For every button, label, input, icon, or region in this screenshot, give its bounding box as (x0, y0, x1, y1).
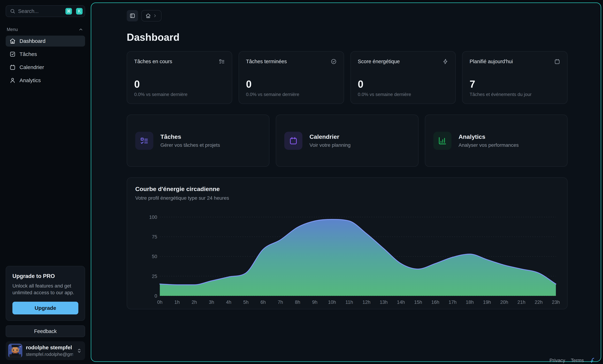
svg-text:50: 50 (152, 254, 157, 259)
svg-text:23h: 23h (552, 299, 560, 305)
shortcut-title: Tâches (160, 133, 220, 140)
svg-text:8h: 8h (295, 299, 300, 305)
stat-card-taches-en-cours: Tâches en cours 0 0.0% vs semaine derniè… (127, 51, 232, 104)
stat-value: 0 (134, 79, 225, 89)
search-icon (10, 9, 15, 14)
brand-mark-icon (590, 358, 595, 363)
stat-value: 7 (470, 79, 560, 89)
chart-title: Courbe d'énergie circadienne (135, 186, 567, 192)
stats-grid: Tâches en cours 0 0.0% vs semaine derniè… (127, 51, 568, 104)
svg-text:1h: 1h (174, 299, 180, 305)
kbd-k: K (76, 8, 83, 14)
svg-text:4h: 4h (226, 299, 231, 305)
stat-subtitle: 0.0% vs semaine dernière (358, 92, 448, 97)
svg-text:3h: 3h (209, 299, 214, 305)
footer: Privacy Terms (549, 358, 595, 363)
zap-icon (442, 59, 448, 65)
stat-title: Tâches terminées (246, 59, 287, 65)
shortcut-card-calendrier[interactable]: Calendrier Voir votre planning (276, 115, 418, 167)
stat-card-planifie-aujourdhui: Planifié aujourd'hui 7 Tâches et événeme… (462, 51, 568, 104)
kbd-command: ⌘ (65, 8, 72, 14)
calendar-tile (284, 132, 302, 150)
panel-left-icon (129, 13, 135, 19)
stat-title: Score énergétique (358, 59, 400, 65)
stat-title: Tâches en cours (134, 59, 172, 65)
breadcrumb-home-icon[interactable] (146, 13, 151, 18)
shortcut-subtitle: Analyser vos performances (459, 142, 519, 148)
chart-column-tile (433, 132, 452, 150)
svg-text:0h: 0h (157, 299, 162, 305)
energy-chart-card: Courbe d'énergie circadienne Votre profi… (127, 177, 568, 309)
svg-text:15h: 15h (414, 299, 422, 305)
calendar-icon (10, 64, 16, 70)
menu-section-header[interactable]: Menu (6, 27, 85, 32)
square-check-icon (10, 51, 16, 57)
search-box[interactable]: ⌘ K (6, 5, 85, 17)
chevron-right-icon (153, 13, 157, 18)
upgrade-description: Unlock all features and get unlimited ac… (12, 283, 78, 296)
svg-text:14h: 14h (397, 299, 405, 305)
shortcut-subtitle: Voir votre planning (310, 142, 351, 148)
chart-column-icon (438, 136, 447, 145)
energy-chart: 02550751000h1h2h3h4h5h6h7h8h9h10h11h12h1… (127, 207, 567, 307)
svg-text:0: 0 (155, 293, 157, 299)
sidebar-item-label: Analytics (20, 77, 41, 83)
topbar (127, 10, 568, 22)
upgrade-card: Upgrade to PRO Unlock all features and g… (6, 266, 85, 321)
sidebar: ⌘ K Menu Dashboard Tâches Calendrier Ana… (0, 0, 91, 364)
svg-text:21h: 21h (517, 299, 525, 305)
list-todo-icon (140, 136, 149, 145)
upgrade-button[interactable]: Upgrade (12, 302, 78, 314)
svg-text:10h: 10h (328, 299, 336, 305)
search-input[interactable] (18, 8, 63, 14)
calendar-icon (289, 136, 298, 145)
svg-text:7h: 7h (278, 299, 283, 305)
list-todo-icon (219, 59, 225, 65)
sidebar-item-calendrier[interactable]: Calendrier (6, 62, 85, 73)
user-name: rodolphe stempfel (26, 344, 72, 350)
feedback-button[interactable]: Feedback (6, 325, 85, 337)
svg-text:13h: 13h (380, 299, 388, 305)
shortcut-subtitle: Gérer vos tâches et projets (160, 142, 220, 148)
list-todo-tile (135, 132, 153, 150)
chart-subtitle: Votre profil énergétique type sur 24 heu… (135, 195, 567, 201)
svg-text:9h: 9h (312, 299, 317, 305)
svg-text:20h: 20h (500, 299, 508, 305)
svg-text:22h: 22h (534, 299, 543, 305)
stat-subtitle: 0.0% vs semaine dernière (134, 92, 225, 97)
sidebar-nav: Dashboard Tâches Calendrier Analytics (6, 36, 85, 86)
terms-link[interactable]: Terms (571, 358, 584, 363)
svg-text:2h: 2h (192, 299, 197, 305)
menu-label: Menu (7, 27, 18, 32)
svg-text:5h: 5h (243, 299, 248, 305)
calendar-icon (554, 59, 560, 65)
sidebar-item-label: Tâches (20, 51, 37, 57)
stat-subtitle: 0.0% vs semaine dernière (246, 92, 336, 97)
shortcut-card-analytics[interactable]: Analytics Analyser vos performances (425, 115, 568, 167)
circle-check-icon (331, 59, 336, 65)
svg-text:100: 100 (149, 215, 157, 220)
chevrons-up-down-icon (77, 348, 82, 353)
sidebar-item-analytics[interactable]: Analytics (6, 75, 85, 86)
stat-value: 0 (246, 79, 336, 89)
svg-text:18h: 18h (466, 299, 474, 305)
user-menu[interactable]: rodolphe stempfel stempfel.rodolphe@gm..… (6, 341, 85, 360)
sidebar-item-dashboard[interactable]: Dashboard (6, 36, 85, 46)
svg-text:11h: 11h (346, 299, 353, 305)
avatar (8, 344, 22, 358)
user-icon (10, 77, 16, 83)
sidebar-toggle-button[interactable] (127, 10, 138, 22)
upgrade-title: Upgrade to PRO (12, 273, 78, 279)
chevron-up-icon[interactable] (78, 27, 83, 32)
sidebar-item-taches[interactable]: Tâches (6, 49, 85, 60)
svg-text:12h: 12h (362, 299, 371, 305)
privacy-link[interactable]: Privacy (549, 358, 565, 363)
sidebar-item-label: Dashboard (20, 38, 46, 44)
svg-text:16h: 16h (431, 299, 439, 305)
breadcrumb (141, 10, 162, 22)
home-icon (10, 38, 16, 44)
stat-card-taches-terminees: Tâches terminées 0 0.0% vs semaine derni… (239, 51, 344, 104)
shortcut-grid: Tâches Gérer vos tâches et projets Calen… (127, 115, 568, 167)
user-email: stempfel.rodolphe@gm... (26, 352, 73, 357)
shortcut-card-taches[interactable]: Tâches Gérer vos tâches et projets (127, 115, 269, 167)
